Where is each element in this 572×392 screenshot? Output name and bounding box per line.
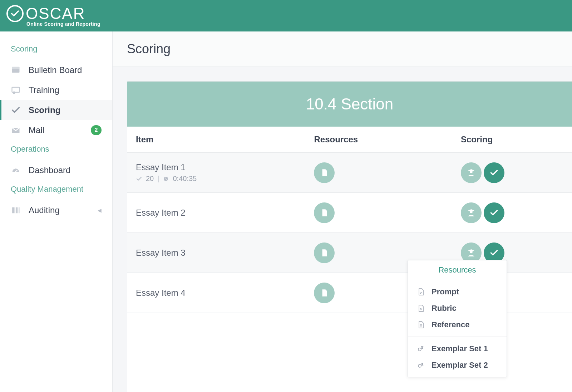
brand-name: OSCAR — [26, 5, 85, 23]
sidebar-item-label: Auditing — [29, 205, 98, 215]
resource-label: Prompt — [432, 287, 459, 297]
training-icon — [11, 85, 29, 95]
resource-rubric[interactable]: Rubric — [408, 300, 507, 317]
student-icon — [466, 207, 477, 218]
sidebar-item-label: Bulletin Board — [29, 65, 102, 75]
student-view-button[interactable] — [461, 202, 482, 223]
resource-label: Exemplar Set 2 — [432, 361, 488, 370]
student-icon — [466, 248, 477, 258]
section-banner: 10.4 Section — [127, 82, 572, 127]
resources-button[interactable] — [314, 202, 335, 223]
score-button[interactable] — [484, 202, 504, 223]
barcode-icon — [11, 205, 29, 215]
mail-badge: 2 — [91, 125, 102, 135]
check-icon — [489, 208, 499, 217]
sidebar-item-auditing[interactable]: Auditing ◀ — [0, 200, 112, 220]
gauge-icon — [11, 165, 29, 175]
brand-tagline: Online Scoring and Reporting — [26, 21, 100, 27]
exemplar-icon — [416, 361, 425, 369]
item-name: Essay Item 1 — [136, 162, 186, 172]
student-view-button[interactable] — [461, 162, 482, 183]
student-icon — [466, 167, 477, 178]
page-title: Scoring — [113, 31, 572, 67]
item-count: 20 — [146, 175, 154, 183]
check-icon — [136, 176, 142, 182]
sidebar-item-label: Mail — [29, 125, 91, 135]
board-icon — [11, 65, 29, 75]
col-header-scoring: Scoring — [461, 134, 572, 144]
col-header-resources: Resources — [314, 134, 461, 144]
nav-section-scoring: Scoring — [0, 40, 112, 60]
sidebar: Scoring Bulletin Board Training Scoring … — [0, 31, 113, 392]
clock-icon — [163, 176, 169, 182]
table-header: Item Resources Scoring — [127, 127, 572, 153]
document-icon — [320, 168, 329, 177]
sidebar-item-label: Dashboard — [29, 165, 102, 175]
doc-icon — [416, 320, 425, 329]
table-row: Essay Item 2 — [127, 193, 572, 233]
item-name: Essay Item 2 — [136, 208, 186, 218]
chevron-left-icon: ◀ — [98, 207, 102, 213]
resources-button[interactable] — [314, 283, 335, 303]
sidebar-item-bulletin-board[interactable]: Bulletin Board — [0, 60, 112, 80]
pdf-icon — [416, 288, 425, 296]
item-time: 0:40:35 — [173, 175, 197, 183]
nav-section-operations: Operations — [0, 140, 112, 160]
sidebar-item-scoring[interactable]: Scoring — [0, 100, 112, 120]
resource-exemplar-2[interactable]: Exemplar Set 2 — [408, 357, 507, 373]
nav-section-quality: Quality Management — [0, 180, 112, 200]
resource-exemplar-1[interactable]: Exemplar Set 1 — [408, 340, 507, 357]
resources-popover: Resources Prompt Rubric Reference — [408, 260, 507, 377]
main: Scoring 10.4 Section Item Resources Scor… — [113, 31, 572, 392]
resource-label: Exemplar Set 1 — [432, 344, 488, 353]
col-header-item: Item — [127, 134, 314, 144]
resource-reference[interactable]: Reference — [408, 317, 507, 333]
resources-button[interactable] — [314, 162, 335, 183]
score-button[interactable] — [484, 162, 504, 183]
resource-label: Reference — [432, 320, 469, 329]
separator: | — [157, 175, 159, 183]
brand-mark-icon — [6, 5, 24, 22]
brand-logo: OSCAR Online Scoring and Reporting — [6, 5, 100, 27]
sidebar-item-dashboard[interactable]: Dashboard — [0, 160, 112, 180]
topbar: OSCAR Online Scoring and Reporting — [0, 0, 572, 31]
resource-label: Rubric — [432, 304, 457, 313]
document-icon — [320, 248, 329, 258]
document-icon — [320, 208, 329, 217]
item-name: Essay Item 4 — [136, 288, 186, 298]
document-icon — [320, 288, 329, 298]
popover-title: Resources — [408, 260, 507, 280]
sidebar-item-mail[interactable]: Mail 2 — [0, 120, 112, 140]
table-row: Essay Item 1 20 | 0:40:35 — [127, 153, 572, 193]
check-icon — [11, 105, 29, 115]
sidebar-item-label: Scoring — [29, 105, 102, 115]
resources-button[interactable] — [314, 242, 335, 263]
item-name: Essay Item 3 — [136, 248, 186, 258]
item-meta: 20 | 0:40:35 — [136, 175, 197, 183]
check-icon — [489, 248, 499, 258]
exemplar-icon — [416, 344, 425, 353]
check-icon — [489, 168, 499, 177]
mail-icon — [11, 125, 29, 135]
sidebar-item-label: Training — [29, 85, 102, 95]
resource-prompt[interactable]: Prompt — [408, 284, 507, 300]
sidebar-item-training[interactable]: Training — [0, 80, 112, 100]
pdf-icon — [416, 304, 425, 313]
